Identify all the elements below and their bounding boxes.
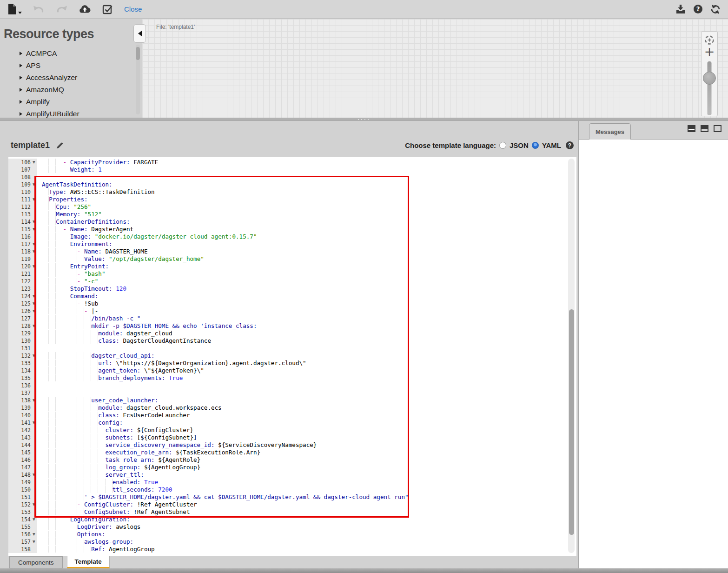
horizontal-splitter[interactable] <box>0 118 728 121</box>
fold-arrow-icon[interactable]: ▼ <box>31 196 37 203</box>
radio-json[interactable] <box>499 142 506 149</box>
resource-panel-scrollbar-thumb[interactable] <box>136 47 140 60</box>
designer-canvas[interactable]: File: 'template1' + <box>142 19 728 118</box>
refresh-icon <box>710 4 721 14</box>
fold-arrow-icon[interactable]: ▼ <box>31 471 37 479</box>
resource-type-item[interactable]: Amplify <box>0 96 142 108</box>
fold-arrow-icon[interactable]: ▼ <box>31 307 37 315</box>
gutter-cell: 149 <box>8 479 37 486</box>
line-number: 149 <box>21 479 31 486</box>
layout-canvas-maximized-icon[interactable] <box>714 125 721 132</box>
validate-template-button[interactable] <box>102 4 113 14</box>
zoom-slider-knob[interactable] <box>703 72 716 85</box>
code-token: ${ServiceDiscoveryNamespace} <box>215 441 317 448</box>
code-line: 147 log_group: ${AgentLogGroup} <box>8 464 576 471</box>
tab-messages[interactable]: Messages <box>589 123 631 140</box>
code-token: AWS::ECS::TaskDefinition <box>66 188 155 195</box>
code-token: - <box>63 226 70 233</box>
code-line: 111▼ Properties: <box>8 196 576 203</box>
layout-editor-maximized-icon[interactable] <box>688 125 695 132</box>
resource-panel-scrollbar[interactable] <box>136 45 140 114</box>
fold-arrow-icon[interactable]: ▼ <box>31 226 37 233</box>
code-editor[interactable]: 106▼ - CapacityProvider: FARGATE107 Weig… <box>8 157 576 556</box>
line-number: 110 <box>21 188 31 196</box>
create-stack-button[interactable] <box>79 5 91 14</box>
help-button[interactable]: ? <box>693 4 703 14</box>
tab-template[interactable]: Template <box>67 556 110 568</box>
code-line-text: ' > $DAGSTER_HOME/dagster.yaml && cat $D… <box>37 493 576 501</box>
gutter-cell: 128▼ <box>8 322 37 330</box>
undo-button[interactable] <box>33 5 45 14</box>
fold-arrow-icon[interactable]: ▼ <box>31 531 37 538</box>
code-line-text: enabled: True <box>37 479 576 486</box>
resource-type-item[interactable]: AmplifyUIBuilder <box>0 108 142 118</box>
fold-arrow-icon[interactable]: ▼ <box>31 181 37 188</box>
fold-arrow-icon[interactable]: ▼ <box>31 322 37 330</box>
language-help-icon[interactable]: ? <box>566 141 574 149</box>
redo-icon <box>56 5 67 14</box>
indent-guides <box>42 211 56 218</box>
code-line: 119 Value: "/opt/dagster/dagster_home" <box>8 255 576 263</box>
code-token: dagster_cloud.workspace.ecs <box>123 404 221 411</box>
resource-type-item[interactable]: AccessAnalyzer <box>0 72 142 84</box>
code-token: - <box>77 248 84 255</box>
zoom-in-button[interactable]: + <box>704 46 715 58</box>
line-number: 156 <box>21 531 31 538</box>
code-line-text <box>37 389 576 397</box>
resource-type-item[interactable]: APS <box>0 60 142 72</box>
splitter-drag-handle-icon[interactable] <box>358 119 371 120</box>
fold-arrow-icon[interactable]: ▼ <box>31 293 37 300</box>
gutter-cell: 130 <box>8 337 37 345</box>
line-number: 120 <box>21 263 31 270</box>
tab-components[interactable]: Components <box>9 556 63 568</box>
fold-arrow-icon[interactable]: ▼ <box>31 352 37 360</box>
code-token: !Sub <box>84 300 98 307</box>
code-line-text: Options: <box>37 531 576 538</box>
fold-arrow-icon[interactable]: ▼ <box>31 419 37 426</box>
new-template-button[interactable] <box>7 3 22 15</box>
download-button[interactable] <box>675 4 686 14</box>
code-token: Memory: <box>56 211 80 218</box>
code-line-text: Properties: <box>37 196 576 203</box>
editor-scrollbar[interactable] <box>568 159 575 553</box>
rename-pencil-icon[interactable] <box>56 141 64 149</box>
refresh-button[interactable] <box>710 4 721 14</box>
code-line-text: Ref: AgentLogGroup <box>37 546 576 553</box>
zoom-slider[interactable] <box>702 60 717 116</box>
code-line: 121 - "bash" <box>8 270 576 278</box>
code-line-text: - "bash" <box>37 270 576 278</box>
resource-type-item[interactable]: ACMPCA <box>0 47 142 60</box>
code-line-text: Type: AWS::ECS::TaskDefinition <box>37 188 576 196</box>
code-token: CapacityProvider: <box>70 159 130 166</box>
radio-yaml[interactable] <box>532 142 539 149</box>
code-line: 107 Weight: 1 <box>8 166 576 173</box>
resource-type-item[interactable]: AmazonMQ <box>0 84 142 96</box>
code-line: 128▼ mkdir -p $DAGSTER_HOME && echo 'ins… <box>8 322 576 330</box>
json-option-label[interactable]: JSON <box>510 141 529 149</box>
fold-arrow-icon[interactable]: ▼ <box>31 397 37 404</box>
collapse-panel-button[interactable] <box>133 24 146 43</box>
line-number: 107 <box>21 166 31 173</box>
fold-arrow-icon[interactable]: ▼ <box>31 248 37 255</box>
gutter-cell: 142 <box>8 426 37 434</box>
fold-arrow-icon[interactable]: ▼ <box>31 240 37 248</box>
fold-arrow-icon[interactable]: ▼ <box>31 516 37 523</box>
code-line-text: agent_token: \"${AgentToken}\" <box>37 367 576 374</box>
lower-region: template1 Choose template language: JSON… <box>0 121 728 568</box>
code-line: 113 Memory: "512" <box>8 211 576 218</box>
yaml-option-label[interactable]: YAML <box>542 141 561 149</box>
editor-scrollbar-thumb[interactable] <box>569 309 574 535</box>
indent-guides <box>42 293 70 300</box>
fold-arrow-icon[interactable]: ▼ <box>31 300 37 307</box>
fold-arrow-icon[interactable]: ▼ <box>31 501 37 508</box>
code-token: awslogs-group: <box>84 538 133 545</box>
code-token: agent_token: <box>98 367 140 374</box>
fold-arrow-icon[interactable]: ▼ <box>31 263 37 270</box>
fold-arrow-icon[interactable]: ▼ <box>31 218 37 226</box>
fold-arrow-icon[interactable]: ▼ <box>31 538 37 546</box>
close-link[interactable]: Close <box>124 5 142 13</box>
layout-split-view-icon[interactable] <box>701 125 708 132</box>
fold-arrow-icon[interactable]: ▼ <box>31 159 37 166</box>
line-number: 115 <box>21 226 31 233</box>
redo-button[interactable] <box>56 5 67 14</box>
